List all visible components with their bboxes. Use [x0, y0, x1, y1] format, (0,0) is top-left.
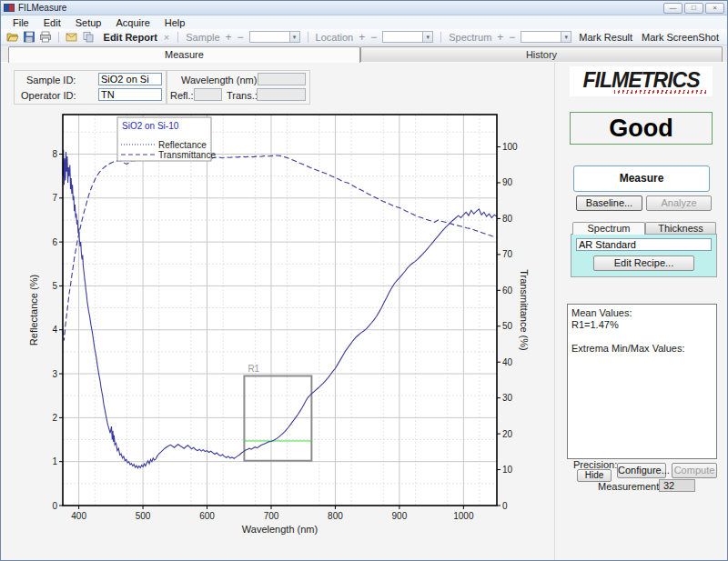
chevron-down-icon[interactable]: ▾ [422, 32, 432, 42]
window-title: FILMeasure [18, 3, 66, 13]
location-remove-button[interactable]: − [370, 31, 377, 44]
menu-bar: File Edit Setup Acquire Help [1, 16, 727, 29]
menu-setup[interactable]: Setup [69, 17, 108, 28]
tab-measure[interactable]: Measure [8, 46, 360, 63]
spectrum-add-button[interactable]: + [497, 31, 503, 44]
sample-remove-button[interactable]: − [238, 31, 244, 44]
title-bar[interactable]: FILMeasure — □ × [1, 1, 727, 15]
sample-add-button[interactable]: + [226, 31, 232, 44]
svg-text:8: 8 [52, 149, 57, 159]
svg-text:400: 400 [71, 511, 86, 521]
svg-text:7: 7 [52, 193, 57, 203]
location-select[interactable]: ▾ [382, 31, 433, 43]
mark-result-button[interactable]: Mark Result [579, 32, 632, 43]
toolbar: Edit Report × Sample + − ▾ Location + − … [1, 29, 727, 45]
svg-text:900: 900 [392, 511, 408, 521]
svg-text:0: 0 [52, 501, 57, 511]
chevron-down-icon[interactable]: ▾ [289, 32, 299, 42]
toolbar-separator [58, 32, 59, 43]
svg-text:5: 5 [52, 281, 57, 291]
filmetrics-logo: FILMETRICS [570, 66, 713, 96]
svg-text:Transmittance: Transmittance [158, 150, 216, 160]
measurement-number-value: 32 [659, 479, 695, 492]
wavelength-readout [258, 73, 306, 85]
spectrum-remove-button[interactable]: − [509, 31, 515, 44]
minimize-button[interactable]: — [663, 3, 682, 14]
tab-thickness[interactable]: Thickness [645, 222, 716, 235]
svg-text:90: 90 [502, 177, 513, 187]
svg-text:R1: R1 [248, 364, 259, 374]
svg-text:1000: 1000 [453, 511, 474, 521]
status-indicator: Good [570, 112, 713, 145]
logo-text: FILMETRICS [583, 70, 700, 90]
trans-label: Trans.: [227, 90, 258, 101]
recipe-name-field[interactable] [576, 238, 712, 251]
menu-file[interactable]: File [6, 17, 35, 28]
baseline-button[interactable]: Baseline... [576, 195, 642, 211]
svg-text:1: 1 [52, 456, 57, 466]
save-icon[interactable] [23, 31, 35, 43]
wavelength-label: Wavelength (nm): [181, 75, 259, 85]
svg-text:800: 800 [328, 511, 343, 521]
svg-text:Reflectance: Reflectance [158, 140, 207, 150]
close-button[interactable]: × [705, 3, 724, 14]
svg-text:100: 100 [502, 142, 518, 152]
menu-edit[interactable]: Edit [37, 17, 67, 28]
results-box: Mean Values: R1=1.47% Extrema Min/Max Va… [567, 304, 717, 459]
panel-divider [554, 63, 555, 561]
sample-select[interactable]: ▾ [249, 31, 300, 43]
print-icon[interactable] [39, 31, 52, 43]
svg-text:70: 70 [502, 249, 513, 259]
svg-text:3: 3 [52, 369, 57, 379]
measure-button[interactable]: Measure [573, 165, 710, 192]
svg-text:Transmittance (%): Transmittance (%) [519, 269, 530, 350]
tab-spectrum[interactable]: Spectrum [572, 222, 645, 235]
sample-label: Sample [186, 32, 219, 43]
svg-text:60: 60 [502, 286, 513, 296]
svg-text:50: 50 [502, 321, 513, 331]
app-window: FILMeasure — □ × File Edit Setup Acquire… [0, 0, 728, 561]
svg-text:SiO2 on Si-10: SiO2 on Si-10 [122, 121, 179, 131]
svg-text:600: 600 [199, 511, 215, 521]
svg-text:0: 0 [502, 501, 508, 511]
refl-label: Refl.: [170, 90, 194, 101]
measurement-number-label: Measurement # [598, 481, 667, 492]
operator-id-field[interactable] [98, 88, 162, 101]
svg-text:4: 4 [52, 325, 57, 335]
menu-acquire[interactable]: Acquire [109, 17, 156, 28]
app-icon [4, 4, 15, 12]
svg-text:40: 40 [502, 357, 513, 367]
svg-text:80: 80 [502, 214, 513, 224]
hide-button[interactable]: Hide [577, 469, 612, 482]
sample-id-field[interactable] [98, 73, 162, 85]
svg-text:10: 10 [502, 465, 513, 475]
send-report-icon[interactable] [66, 31, 78, 43]
edit-report-button[interactable]: Edit Report [104, 32, 157, 43]
edit-report-close-icon[interactable]: × [164, 32, 169, 43]
svg-text:Reflectance (%): Reflectance (%) [28, 275, 39, 346]
analyze-button[interactable]: Analyze [646, 195, 712, 211]
location-label: Location [316, 32, 354, 43]
logo-hatch [614, 90, 709, 94]
menu-help[interactable]: Help [158, 17, 192, 28]
compute-button[interactable]: Compute [672, 463, 717, 478]
maximize-button[interactable]: □ [684, 3, 703, 14]
operator-id-label: Operator ID: [21, 90, 76, 101]
tab-history[interactable]: History [360, 46, 723, 63]
refl-readout [194, 88, 222, 101]
trans-readout [257, 88, 306, 101]
chevron-down-icon[interactable]: ▾ [561, 32, 571, 42]
svg-text:Wavelength (nm): Wavelength (nm) [242, 524, 318, 535]
copy-icon[interactable] [82, 31, 95, 43]
svg-text:20: 20 [502, 429, 513, 439]
open-folder-icon[interactable] [6, 31, 19, 43]
configure-button[interactable]: Configure... [617, 463, 666, 478]
spectrum-chart[interactable]: R101234567801020304050607080901004005006… [19, 108, 551, 546]
location-add-button[interactable]: + [359, 31, 365, 44]
svg-text:6: 6 [52, 237, 57, 247]
sample-id-label: Sample ID: [26, 75, 76, 85]
spectrum-select[interactable]: ▾ [521, 31, 571, 43]
mark-screenshot-button[interactable]: Mark ScreenShot [642, 32, 719, 43]
spectrum-label: Spectrum [449, 32, 491, 43]
edit-recipe-button[interactable]: Edit Recipe... [593, 255, 694, 271]
